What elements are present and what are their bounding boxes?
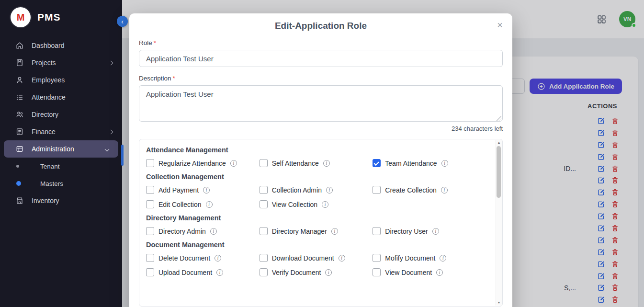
permission-edit-collection[interactable]: Edit Collectioni xyxy=(146,200,260,208)
permissions-grid: Add PaymentiCollection AdminiCreate Coll… xyxy=(146,186,486,208)
permission-download-document[interactable]: Download Documenti xyxy=(260,254,373,262)
info-icon[interactable]: i xyxy=(436,269,443,276)
sidebar: M PMS Dashboard Projects Employees Atten… xyxy=(0,0,122,307)
info-icon[interactable]: i xyxy=(230,160,237,167)
resize-grip-icon[interactable] xyxy=(497,116,501,121)
checkbox-unchecked[interactable] xyxy=(146,227,154,235)
checkbox-unchecked[interactable] xyxy=(260,186,268,194)
info-icon[interactable]: i xyxy=(440,255,446,262)
info-icon[interactable]: i xyxy=(441,160,448,167)
info-icon[interactable]: i xyxy=(432,228,439,235)
chevron-down-icon xyxy=(105,147,110,151)
required-asterisk: * xyxy=(173,75,175,82)
permission-section-title: Directory Management xyxy=(146,214,486,222)
sidebar-item-dashboard[interactable]: Dashboard xyxy=(0,37,122,54)
permission-team-attendance[interactable]: Team Attendancei xyxy=(373,159,486,167)
store-icon xyxy=(15,196,24,205)
info-icon[interactable]: i xyxy=(323,160,330,167)
sidebar-collapse-button[interactable]: ‹ xyxy=(117,16,128,27)
checkbox-unchecked[interactable] xyxy=(260,227,268,235)
permission-mofify-document[interactable]: Mofify Documenti xyxy=(373,254,486,262)
info-icon[interactable]: i xyxy=(206,201,213,208)
scroll-down-icon[interactable]: ▼ xyxy=(497,301,501,305)
permission-regularize-attendance[interactable]: Regularize Attendancei xyxy=(146,159,260,167)
finance-icon xyxy=(15,127,24,136)
permission-label: Mofify Document xyxy=(385,254,435,262)
person-icon xyxy=(15,76,24,84)
description-field-label: Description* xyxy=(139,75,503,83)
scroll-up-icon[interactable]: ▲ xyxy=(497,141,501,145)
sidebar-item-label: Finance xyxy=(32,128,56,136)
info-icon[interactable]: i xyxy=(210,228,217,235)
sidebar-item-inventory[interactable]: Inventory xyxy=(0,192,122,209)
permission-verify-document[interactable]: Verify Documenti xyxy=(260,268,373,276)
permission-label: Self Attendance xyxy=(272,159,319,167)
checkbox-unchecked[interactable] xyxy=(373,268,381,276)
permission-label: Team Attendance xyxy=(385,159,437,167)
checkbox-unchecked[interactable] xyxy=(373,227,381,235)
checkbox-unchecked[interactable] xyxy=(260,200,268,208)
sidebar-item-label: Projects xyxy=(32,59,56,67)
role-input[interactable] xyxy=(139,50,503,67)
info-icon[interactable]: i xyxy=(322,201,328,208)
checkbox-unchecked[interactable] xyxy=(373,186,381,194)
permission-add-payment[interactable]: Add Paymenti xyxy=(146,186,260,194)
checkbox-unchecked[interactable] xyxy=(146,159,154,167)
permissions-panel-inner: Attendance ManagementRegularize Attendan… xyxy=(146,146,486,276)
sidebar-subitem-label: Masters xyxy=(40,180,63,187)
permission-self-attendance[interactable]: Self Attendancei xyxy=(260,159,373,167)
info-icon[interactable]: i xyxy=(331,228,338,235)
sidebar-menu: Dashboard Projects Employees Attendance … xyxy=(0,37,122,209)
characters-left-counter: 234 characters left xyxy=(139,125,503,133)
sidebar-subitem-tenant[interactable]: Tenant xyxy=(0,158,122,175)
sidebar-item-directory[interactable]: Directory xyxy=(0,106,122,123)
sidebar-item-projects[interactable]: Projects xyxy=(0,54,122,71)
info-icon[interactable]: i xyxy=(215,255,221,262)
permission-upload-document[interactable]: Upload Documenti xyxy=(146,268,260,276)
permission-collection-admin[interactable]: Collection Admini xyxy=(260,186,373,194)
modal-title: Edit-Application Role xyxy=(139,20,503,32)
description-textarea[interactable]: Application Test User xyxy=(139,85,503,122)
sidebar-subitem-masters[interactable]: Masters xyxy=(0,175,122,192)
permission-section-title: Document Management xyxy=(146,241,486,249)
permission-create-collection[interactable]: Create Collectioni xyxy=(373,186,486,194)
permission-label: Directory User xyxy=(385,227,428,235)
permission-directory-manager[interactable]: Directory Manageri xyxy=(260,227,373,235)
info-icon[interactable]: i xyxy=(216,269,223,276)
checkbox-unchecked[interactable] xyxy=(146,200,154,208)
sidebar-item-employees[interactable]: Employees xyxy=(0,71,122,89)
checkbox-unchecked[interactable] xyxy=(260,254,268,262)
close-icon[interactable]: × xyxy=(497,20,503,30)
permission-directory-admin[interactable]: Directory Admini xyxy=(146,227,260,235)
permission-delete-document[interactable]: Delete Documenti xyxy=(146,254,260,262)
permission-label: Upload Document xyxy=(158,269,212,276)
checkbox-checked[interactable] xyxy=(373,159,381,167)
checkbox-unchecked[interactable] xyxy=(146,186,154,194)
info-icon[interactable]: i xyxy=(339,255,345,262)
sidebar-item-finance[interactable]: Finance xyxy=(0,123,122,140)
sidebar-item-attendance[interactable]: Attendance xyxy=(0,89,122,106)
bullet-icon xyxy=(16,165,19,168)
permission-label: Create Collection xyxy=(385,186,436,194)
sidebar-item-label: Administration xyxy=(32,145,74,153)
permission-section-title: Collection Management xyxy=(146,173,486,181)
info-icon[interactable]: i xyxy=(326,187,333,193)
sidebar-item-label: Dashboard xyxy=(32,42,65,49)
permission-view-collection[interactable]: View Collectioni xyxy=(260,200,373,208)
permission-directory-user[interactable]: Directory Useri xyxy=(373,227,486,235)
checkbox-unchecked[interactable] xyxy=(373,254,381,262)
app-title: PMS xyxy=(37,11,61,23)
checkbox-unchecked[interactable] xyxy=(260,159,268,167)
chevron-right-icon xyxy=(109,60,113,65)
info-icon[interactable]: i xyxy=(203,187,210,193)
permission-view-document[interactable]: View Documenti xyxy=(373,268,486,276)
checkbox-unchecked[interactable] xyxy=(146,268,154,276)
info-icon[interactable]: i xyxy=(441,187,448,193)
description-label-text: Description xyxy=(139,75,171,82)
permission-section-title: Attendance Management xyxy=(146,146,486,154)
scrollbar-thumb[interactable] xyxy=(497,146,501,198)
checkbox-unchecked[interactable] xyxy=(260,268,268,276)
info-icon[interactable]: i xyxy=(325,269,332,276)
checkbox-unchecked[interactable] xyxy=(146,254,154,262)
sidebar-item-administration[interactable]: Administration xyxy=(4,140,118,158)
